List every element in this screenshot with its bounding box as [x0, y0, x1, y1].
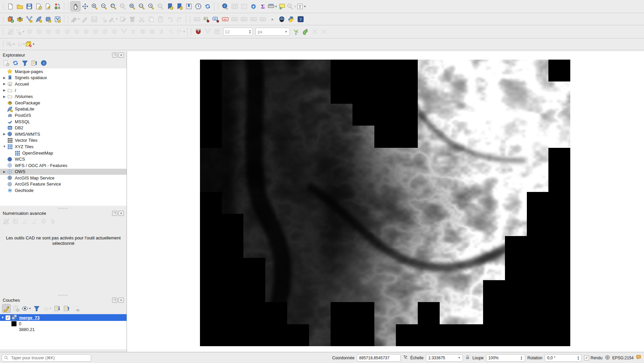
expand-arrow-icon[interactable]: ▶ [2, 82, 7, 86]
expand-arrow-icon[interactable]: ▼ [2, 145, 7, 148]
expand-arrow-icon[interactable]: ▶ [2, 89, 7, 92]
collapse-all-button[interactable] [30, 59, 38, 67]
zoom-full-button[interactable] [109, 2, 118, 11]
open-layer-styling-button[interactable] [2, 304, 11, 313]
browser-item-arcgis-feature-service[interactable]: ArcGIS Feature Service [0, 181, 127, 188]
toolbar-grip[interactable] [67, 3, 69, 10]
refresh-map-button[interactable] [203, 2, 212, 11]
expand-arrow-icon[interactable]: ▶ [2, 170, 7, 173]
dropdown-arrow-icon[interactable]: ▼ [29, 307, 31, 310]
add-vector-layer-button[interactable] [25, 14, 34, 24]
crs-globe-icon[interactable] [605, 355, 610, 361]
toolbar-overflow-button[interactable]: » [268, 14, 277, 24]
dropdown-arrow-icon[interactable]: ▼ [32, 43, 35, 46]
map-tips-button[interactable] [277, 2, 287, 11]
dropdown-arrow-icon[interactable]: ▼ [183, 30, 185, 33]
locator-search[interactable] [2, 354, 91, 362]
zoom-in-button[interactable] [90, 2, 99, 11]
magnifier-spinbox[interactable]: 100%▲▼ [486, 354, 525, 362]
browser-item-geonode[interactable]: GeoNode [0, 187, 127, 194]
bookmark-manager-button[interactable] [184, 2, 194, 11]
extents-toggle-icon[interactable] [403, 355, 408, 361]
dropdown-arrow-icon[interactable]: ▼ [304, 5, 306, 8]
new-print-layout-button[interactable] [34, 2, 43, 11]
spin-arrows-icon[interactable]: ▲▼ [577, 356, 579, 360]
toolbar-grip[interactable] [217, 3, 219, 10]
save-project-button[interactable] [25, 2, 34, 11]
metasearch-button[interactable] [277, 14, 286, 24]
crs-label[interactable]: EPSG:2154 [612, 356, 634, 360]
expand-arrow-icon[interactable]: ▶ [2, 132, 7, 136]
pan-to-selection-button[interactable] [80, 2, 90, 11]
dropdown-arrow-icon[interactable]: ▼ [22, 30, 25, 33]
panel-float-button[interactable]: ❐ [112, 298, 117, 303]
show-hidden-labels-button[interactable]: abc [221, 14, 230, 24]
show-layout-manager-button[interactable] [43, 2, 53, 11]
browser-item-spatialite[interactable]: SpatiaLite [0, 106, 127, 112]
scale-combobox[interactable]: 1:333675▼ [426, 354, 463, 362]
identify-features-button[interactable]: i [221, 2, 230, 11]
coordinate-input[interactable]: 885718,6545737 [357, 354, 401, 362]
highlight-pinned-labels-button[interactable]: ab [211, 14, 221, 24]
browser-item-arcgis-map-service[interactable]: ArcGIS Map Service [0, 175, 127, 181]
browser-item-wms-wmts[interactable]: ▶WMS/WMTS [0, 131, 127, 137]
panel-float-button[interactable]: ❐ [112, 53, 117, 58]
add-raster-layer-button[interactable] [15, 14, 25, 24]
browser-item-openstreetmap[interactable]: OpenStreetMap [0, 150, 127, 156]
browser-item-marque-pages[interactable]: Marque-pages [0, 68, 127, 75]
zoom-out-button[interactable] [99, 2, 109, 11]
toolbar-grip[interactable] [67, 15, 69, 23]
lock-scale-icon[interactable] [465, 355, 470, 361]
browser-item-signets-spatiaux[interactable]: ▶Signets spatiaux [0, 75, 127, 81]
browser-item-wcs[interactable]: WCS [0, 156, 127, 162]
toolbar-grip[interactable] [189, 15, 191, 23]
tracing-settings-button[interactable] [301, 27, 310, 36]
map-canvas[interactable] [127, 51, 644, 352]
dropdown-arrow-icon[interactable]: ▼ [275, 5, 277, 8]
collapse-arrow-icon[interactable]: ▼ [0, 316, 5, 319]
zoom-to-layer-button[interactable] [128, 2, 137, 11]
temporal-controller-button[interactable] [194, 2, 203, 11]
browser-item-vector-tiles[interactable]: Vector Tiles [0, 137, 127, 144]
dropdown-arrow-icon[interactable]: ▼ [294, 5, 297, 8]
render-checkbox[interactable]: ✓ Rendu [584, 355, 602, 360]
browser-item-xyz-tiles[interactable]: ▼XYZ Tiles [0, 143, 127, 150]
properties-widget-button[interactable]: i [40, 59, 48, 67]
panel-float-button[interactable]: ❐ [112, 211, 117, 216]
show-statistical-summary-button[interactable]: Σ [258, 2, 268, 11]
toolbar-grip[interactable] [2, 3, 5, 10]
collapse-all-layers-button[interactable] [63, 304, 71, 312]
messages-icon[interactable] [636, 355, 641, 361]
deselect-features-all-layers-button[interactable]: ▼ [25, 39, 35, 49]
dropdown-arrow-icon[interactable]: ▼ [49, 307, 52, 310]
enable-snapping-button[interactable] [194, 27, 203, 36]
panel-close-button[interactable]: ✕ [118, 53, 124, 58]
pan-map-button[interactable] [70, 1, 80, 11]
browser-item-accueil[interactable]: ▶Accueil [0, 81, 127, 87]
expand-arrow-icon[interactable]: ▶ [2, 95, 7, 98]
dropdown-arrow-icon[interactable]: ▼ [13, 43, 15, 46]
dropdown-arrow-icon[interactable]: ▼ [77, 18, 80, 21]
snapping-tolerance-spinbox[interactable]: 12▲▼ [223, 28, 253, 36]
add-virtual-layer-button[interactable] [53, 14, 62, 24]
add-database-layer-button[interactable] [43, 14, 53, 24]
browser-item-volumes[interactable]: ▶/Volumes [0, 93, 127, 100]
browser-item-db2[interactable]: DB2DB2 [0, 125, 127, 131]
processing-toolbox-button[interactable] [249, 2, 258, 11]
new-spatial-bookmark-button[interactable] [165, 2, 175, 11]
browser-item-[interactable]: ▶/ [0, 87, 127, 94]
browser-item-ows[interactable]: ▶OWS [0, 169, 127, 175]
add-delimited-text-layer-button[interactable] [34, 14, 43, 24]
toolbar-grip[interactable] [2, 28, 5, 35]
browser-item-geopackage[interactable]: GeoPackage [0, 100, 127, 106]
style-manager-button[interactable]: a [53, 2, 62, 11]
panel-close-button[interactable]: ✕ [118, 211, 124, 216]
expand-all-layers-button[interactable] [53, 304, 61, 312]
expand-arrow-icon[interactable]: ▶ [2, 76, 7, 79]
zoom-native-resolution-button[interactable]: 1:1 [137, 2, 146, 11]
toolbar-grip[interactable] [190, 28, 193, 35]
open-project-button[interactable] [15, 2, 25, 11]
snapping-unit-combobox[interactable]: px▼ [256, 28, 290, 36]
filter-browser-button[interactable] [21, 59, 29, 67]
spin-arrows-icon[interactable]: ▲▼ [520, 356, 523, 360]
